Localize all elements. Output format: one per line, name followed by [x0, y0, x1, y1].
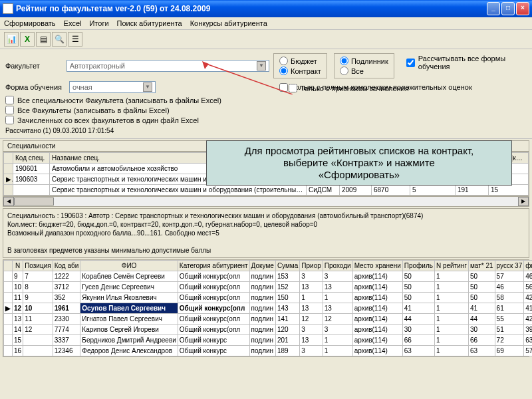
chk-enrollment[interactable]	[289, 84, 297, 92]
toolbar-list-icon[interactable]: ▤	[36, 32, 51, 47]
spec-scrollbar[interactable]: ◀ ▶	[3, 196, 529, 207]
applicant-row[interactable]: 14127774Карипов Сергей ИгоревиОбщий конк…	[4, 325, 533, 335]
eduform-label: Форма обучения	[5, 83, 65, 91]
applicant-grid[interactable]: N Позиция Код аби ФИО Категория абитурие…	[3, 259, 529, 357]
applicant-row[interactable]: ▶12101961Осупов Павел СергеевичОбщий кон…	[4, 303, 533, 314]
toolbar-excel-icon[interactable]: X	[20, 32, 35, 47]
filter-form: Факультет Автотракторный ▼ Бюджет Контра…	[0, 49, 532, 139]
close-button[interactable]: ×	[516, 2, 529, 15]
radio-all[interactable]	[340, 66, 348, 75]
scroll-left-icon[interactable]: ◀	[3, 197, 14, 206]
applicant-row[interactable]: 119352Якунин Илья ЯковлевичОбщий конкурс…	[4, 293, 533, 303]
toolbar: 📊 X ▤ 🔍 ☰	[0, 30, 532, 49]
window-title: Рейтинг по факультетам ver-2.0 (59) от 2…	[16, 4, 487, 13]
window-controls: _ □ ×	[487, 2, 529, 15]
applicant-row[interactable]: 153337Бердников Дмитрий АндреевиОбщий ко…	[4, 335, 533, 346]
spec-row[interactable]: Сервис транспортных и технологических ма…	[4, 185, 529, 196]
menu-contests[interactable]: Конкурсы абитуриента	[190, 19, 267, 27]
faculty-value: Автотракторный	[70, 62, 125, 70]
app-icon	[3, 3, 13, 14]
radio-budget[interactable]	[279, 57, 288, 65]
toolbar-chart-icon[interactable]: 📊	[4, 32, 19, 47]
menu-excel[interactable]: Excel	[64, 19, 82, 27]
applicant-header-row: N Позиция Код аби ФИО Категория абитурие…	[4, 261, 533, 271]
calc-timestamp: Рассчитано (1) 09.03.2010 17:01:54	[5, 127, 527, 134]
radio-contract[interactable]	[279, 66, 288, 75]
chevron-down-icon[interactable]: ▼	[143, 82, 152, 92]
minimize-button[interactable]: _	[487, 2, 500, 15]
toolbar-search-icon[interactable]: 🔍	[52, 32, 66, 47]
chk-enrolled[interactable]	[5, 116, 14, 124]
applicant-row[interactable]: 1083712Гусев Денис СергеевичОбщий конкур…	[4, 282, 533, 293]
chk-full-set[interactable]	[279, 83, 288, 92]
applicant-row[interactable]: 13112330Игнатов Павел СергеевичОбщий кон…	[4, 314, 533, 325]
chk-all-fac[interactable]	[5, 106, 14, 114]
faculty-label: Факультет	[5, 62, 63, 70]
applicant-row[interactable]: 971222Кораблев Семён СергеевиОбщий конку…	[4, 271, 533, 282]
applicant-row[interactable]: 1612346Федоров Денис АлександровОбщий ко…	[4, 346, 533, 356]
faculty-combo[interactable]: Автотракторный ▼	[66, 60, 269, 72]
eduform-value: очная	[72, 83, 92, 91]
eduform-combo[interactable]: очная ▼	[69, 81, 156, 93]
scroll-thumb[interactable]	[14, 198, 54, 205]
chk-calc-all[interactable]	[406, 59, 415, 67]
funding-group: Бюджет Контракт	[273, 53, 327, 78]
scroll-right-icon[interactable]: ▶	[518, 197, 529, 206]
menubar: Сформировать Excel Итоги Поиск абитуриен…	[0, 17, 532, 30]
radio-original[interactable]	[340, 57, 348, 65]
doc-group: Подлинник Все	[334, 53, 394, 78]
menu-results[interactable]: Итоги	[89, 19, 108, 27]
info-block: Специальность : 190603 : Автотр : Сервис…	[3, 208, 529, 258]
maximize-button[interactable]: □	[501, 2, 515, 15]
chevron-down-icon[interactable]: ▼	[257, 61, 266, 70]
toolbar-filter-icon[interactable]: ☰	[68, 32, 82, 47]
menu-search[interactable]: Поиск абитуриента	[117, 19, 182, 27]
chk-all-spec[interactable]	[5, 96, 14, 104]
titlebar: Рейтинг по факультетам ver-2.0 (59) от 2…	[0, 0, 532, 17]
instruction-callout: Для просмотра рейтинговых списков на кон…	[206, 140, 512, 186]
menu-form[interactable]: Сформировать	[4, 19, 56, 27]
